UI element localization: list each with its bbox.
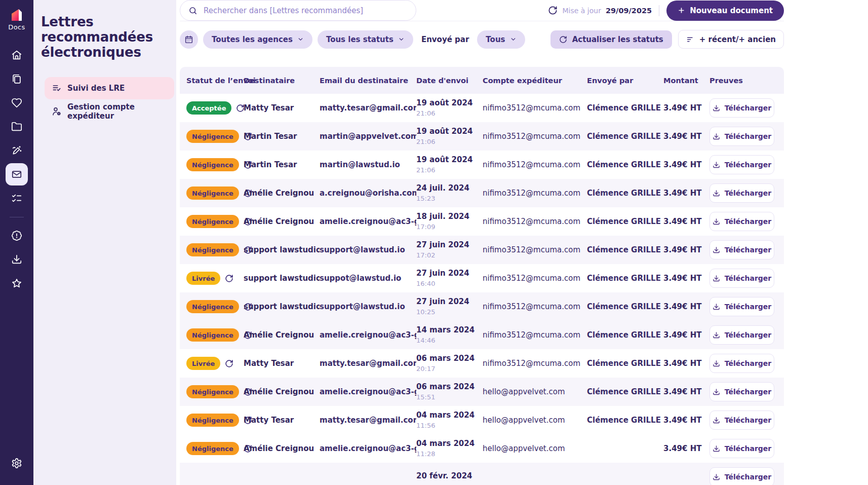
sidebar-item-gestion-compte-expediteur[interactable]: Gestion compte expéditeur [45,100,174,123]
amount: 3.49€ HT [663,132,709,141]
download-proof-button[interactable]: Télécharger [709,269,774,288]
download-proof-button[interactable]: Télécharger [709,155,774,174]
tasks-icon[interactable] [6,187,28,209]
download-proof-button[interactable]: Télécharger [709,127,774,146]
table-row: Négligence support lawstudio support@law… [180,236,784,264]
download-proof-button[interactable]: Télécharger [709,240,774,259]
star-icon[interactable] [6,272,28,294]
download-proof-button[interactable]: Télécharger [709,212,774,231]
proof-cell: Télécharger [709,439,781,458]
send-time: 10:25 [416,308,477,316]
recipient-name: support lawstudio [244,302,320,311]
table-row: Négligence Martin Tesar martin@lawstud.i… [180,151,784,179]
recipient-email: matty.tesar@gmail.com [320,359,416,368]
refresh-status-icon[interactable] [225,274,233,283]
proof-cell: Télécharger [709,269,781,288]
refresh-icon [548,6,558,15]
download-proof-button[interactable]: Télécharger [709,354,774,373]
sent-by: Clémence GRILLE [587,217,663,226]
search-input[interactable] [203,6,408,16]
download-icon [713,360,720,367]
documents-icon[interactable] [6,68,28,90]
download-icon [713,473,720,481]
amount: 3.49€ HT [663,217,709,226]
recipient-email: suppot@lawstud.io [320,274,416,283]
table-row: Livrée support lawstudio suppot@lawstud.… [180,264,784,292]
table-row: Négligence Amélie Creignou amelie.creign… [180,378,784,406]
download-label: Télécharger [725,132,772,140]
updated-label: Mise à jour [562,7,601,15]
heart-icon[interactable] [6,92,28,114]
proof-cell: Télécharger [709,467,781,485]
recipient-name: Amélie Creignou [244,444,320,453]
folder-icon[interactable] [6,116,28,138]
download-label: Télécharger [725,303,772,311]
download-proof-button[interactable]: Télécharger [709,411,774,430]
status-filter-dropdown[interactable]: Tous les statuts [318,30,413,49]
sort-icon [686,35,694,44]
sent-by: Clémence GRILLE [587,189,663,198]
download-proof-button[interactable]: Télécharger [709,382,774,401]
download-proof-button[interactable]: Télécharger [709,98,774,118]
recipient-email: amelie.creignou@ac3-gro… [320,387,416,396]
status-badge: Négligence [186,385,239,398]
download-proof-button[interactable]: Télécharger [709,467,774,485]
download-icon [713,275,720,282]
download-label: Télécharger [725,473,772,481]
table-row: Négligence Amélie Creignou amelie.creign… [180,434,784,463]
user-gear-icon [52,106,62,117]
sender-account: nifimo3512@mcuma.com [483,359,587,368]
new-document-button[interactable]: Nouveau document [666,1,784,21]
sidebar-item-suivi-des-lre[interactable]: Suivi des LRE [45,77,174,99]
topbar: Mise à jour 29/09/2025 Nouveau document [180,0,784,21]
calendar-filter-button[interactable] [180,30,198,49]
sort-order-button[interactable]: + récent/+ ancien [678,30,784,49]
docs-logo[interactable]: Docs [8,7,25,31]
refresh-status-icon[interactable] [225,359,233,368]
column-header-statut: Statut de l’envoi [186,77,244,85]
download-label: Télécharger [725,246,772,254]
status-badge: Négligence [186,130,239,143]
sent-by: Clémence GRILLE [587,245,663,254]
recipient-email: amelie.creignou@ac3-gro… [320,444,416,453]
table-row: Négligence Amélie Creignou amelie.creign… [180,207,784,236]
sent-by: Clémence GRILLE [587,274,663,283]
table-row: Acceptée Matty Tesar matty.tesar@gmail.c… [180,94,784,122]
status-badge: Négligence [186,215,239,228]
download-label: Télécharger [725,104,772,112]
column-header-preuves: Preuves [709,77,781,85]
amount: 3.49€ HT [663,189,709,198]
sent-by: Clémence GRILLE [587,416,663,425]
send-date-cell: 20 févr. 2024 [416,471,483,482]
recipient-name: Martin Tesar [244,160,320,169]
download-icon [713,331,720,339]
recipient-email: amelie.creignou@ac3-gro… [320,217,416,226]
recipient-email: a.creignou@orisha.com [320,189,416,198]
status-filter-value: Tous les statuts [326,35,393,44]
agency-filter-dropdown[interactable]: Toutes les agences [203,30,312,49]
download-proof-button[interactable]: Télécharger [709,183,774,203]
home-icon[interactable] [6,44,28,66]
download-proof-button[interactable]: Télécharger [709,297,774,316]
proof-cell: Télécharger [709,98,781,118]
settings-gear-icon[interactable] [6,452,28,474]
recipient-name: Amélie Creignou [244,189,320,198]
refresh-updated-button[interactable]: Mise à jour 29/09/2025 [548,6,652,15]
send-date-cell: 19 août 2024 21:06 [416,127,483,146]
proof-cell: Télécharger [709,382,781,401]
download-icon[interactable] [6,248,28,271]
proof-cell: Télécharger [709,240,781,259]
download-proof-button[interactable]: Télécharger [709,325,774,345]
signature-icon[interactable] [6,139,28,162]
refresh-statuses-button[interactable]: Actualiser les statuts [550,30,672,49]
sent-by: Clémence GRILLE [587,160,663,169]
download-label: Télécharger [725,359,772,367]
mail-icon[interactable] [6,163,28,185]
sender-account: nifimo3512@mcuma.com [483,132,587,141]
recipient-email: martin@lawstud.io [320,160,416,169]
download-proof-button[interactable]: Télécharger [709,439,774,458]
app-window: Docs [0,0,868,485]
sent-by-filter-dropdown[interactable]: Tous [477,30,525,49]
send-date: 19 août 2024 [416,155,477,165]
alert-badge-icon[interactable] [6,225,28,247]
